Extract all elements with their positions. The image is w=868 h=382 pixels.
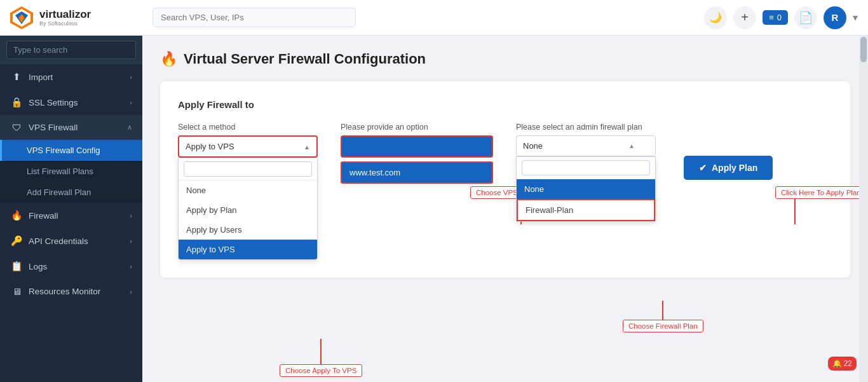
vps-form-group: Please provide an option www.test.com bbox=[341, 123, 493, 184]
topbar-search-wrap bbox=[153, 8, 356, 27]
method-selected-value: Apply to VPS bbox=[186, 142, 234, 151]
section-title: Apply Firewall to bbox=[178, 99, 832, 110]
main-card: Apply Firewall to Select a method Apply … bbox=[160, 81, 850, 278]
fw-dropdown-menu: None Firewall-Plan bbox=[516, 156, 656, 222]
sidebar-item-api[interactable]: 🔑 API Credentials › bbox=[0, 228, 142, 254]
bell-icon: 🔔 bbox=[832, 359, 842, 368]
sidebar-subitem-add-firewall-plan[interactable]: Add Firewall Plan bbox=[0, 182, 142, 203]
sidebar-item-logs[interactable]: 📋 Logs › bbox=[0, 254, 142, 279]
notif-bell[interactable]: 🔔 22 bbox=[828, 357, 857, 371]
notifications-button[interactable]: ≡ 0 bbox=[763, 10, 788, 25]
page-fire-icon: 🔥 bbox=[160, 51, 177, 67]
sidebar-item-ssl-label: SSL Settings bbox=[29, 98, 78, 107]
scrollbar[interactable] bbox=[859, 36, 868, 382]
sidebar-item-import[interactable]: ⬆ Import › bbox=[0, 64, 142, 90]
sidebar-item-vps-firewall[interactable]: 🛡 VPS Firewall ∧ bbox=[0, 115, 142, 140]
vps-firewall-config-label: VPS Firewall Config bbox=[27, 146, 100, 155]
doc-icon: 📄 bbox=[799, 11, 813, 25]
method-dropdown-arrow: ▲ bbox=[304, 143, 310, 150]
import-icon: ⬆ bbox=[10, 71, 23, 83]
method-option-vps[interactable]: Apply to VPS bbox=[179, 240, 317, 259]
api-chevron: › bbox=[130, 237, 132, 245]
vps-input[interactable] bbox=[341, 135, 493, 158]
form-row: Select a method Apply to VPS ▲ None bbox=[178, 123, 832, 184]
method-dropdown-menu: None Apply by Plan Apply by Users Apply … bbox=[178, 158, 318, 260]
sidebar-item-firewall-label: Firewall bbox=[29, 211, 58, 221]
fw-option-none[interactable]: None bbox=[517, 179, 655, 199]
scrollbar-thumb bbox=[860, 37, 867, 62]
apply-plan-button[interactable]: ✔ Apply Plan bbox=[684, 156, 773, 180]
sidebar-subitem-vps-firewall-config[interactable]: VPS Firewall Config bbox=[0, 140, 142, 161]
sidebar-item-import-label: Import bbox=[29, 72, 53, 82]
vps-input-wrap bbox=[341, 135, 493, 158]
method-form-group: Select a method Apply to VPS ▲ None bbox=[178, 123, 318, 158]
list-firewall-plans-label: List Firewall Plans bbox=[27, 167, 93, 176]
user-avatar[interactable]: R bbox=[824, 6, 846, 29]
logo-text: virtualizor By Softaculous bbox=[39, 9, 91, 27]
add-firewall-plan-label: Add Firewall Plan bbox=[27, 188, 91, 197]
logo-sub: By Softaculous bbox=[39, 20, 91, 27]
moon-icon: 🌙 bbox=[709, 11, 722, 24]
sidebar: virtualizor By Softaculous ⬆ Import › 🔒 … bbox=[0, 0, 142, 382]
annotation-choose-apply-label: Choose Apply To VPS bbox=[280, 364, 362, 377]
docs-button[interactable]: 📄 bbox=[794, 6, 817, 29]
sidebar-search-input[interactable] bbox=[6, 41, 136, 59]
main-area: 🌙 + ≡ 0 📄 R ▾ 🔥 Virtual Server Firewall … bbox=[142, 0, 868, 382]
vps-selected-value[interactable]: www.test.com bbox=[341, 161, 493, 184]
plus-button[interactable]: + bbox=[733, 6, 756, 29]
firewall-chevron: › bbox=[130, 212, 132, 219]
page-title: Virtual Server Firewall Configuration bbox=[184, 51, 426, 67]
notif-count: 0 bbox=[777, 13, 782, 22]
sidebar-subitem-list-firewall-plans[interactable]: List Firewall Plans bbox=[0, 161, 142, 182]
logs-icon: 📋 bbox=[10, 261, 23, 272]
apply-btn-group: ✔ Apply Plan bbox=[684, 123, 773, 180]
annotation-click-apply-label: Click Here To Apply Plan bbox=[775, 186, 867, 199]
resources-chevron: › bbox=[130, 288, 132, 296]
dark-mode-button[interactable]: 🌙 bbox=[704, 6, 727, 29]
notif-count: 22 bbox=[844, 359, 852, 368]
topbar-search-input[interactable] bbox=[153, 8, 356, 27]
logs-chevron: › bbox=[130, 263, 132, 270]
fw-selected-value: None bbox=[523, 141, 543, 151]
list-icon: ≡ bbox=[769, 13, 774, 22]
method-search-input[interactable] bbox=[184, 161, 312, 177]
method-option-users[interactable]: Apply by Users bbox=[179, 220, 317, 240]
fw-option-firewall-plan[interactable]: Firewall-Plan bbox=[517, 199, 655, 221]
page-header: 🔥 Virtual Server Firewall Configuration bbox=[160, 51, 850, 67]
option-label: Please provide an option bbox=[341, 123, 493, 132]
import-chevron: › bbox=[130, 73, 132, 81]
sidebar-item-firewall[interactable]: 🔥 Firewall › bbox=[0, 203, 142, 228]
sidebar-item-ssl[interactable]: 🔒 SSL Settings › bbox=[0, 90, 142, 115]
avatar-dropdown-icon[interactable]: ▾ bbox=[853, 11, 858, 24]
apply-btn-icon: ✔ bbox=[699, 163, 707, 173]
fw-search bbox=[517, 157, 655, 179]
vps-firewall-chevron: ∧ bbox=[127, 123, 132, 132]
sidebar-logo: virtualizor By Softaculous bbox=[0, 0, 142, 36]
firewall-icon: 🔥 bbox=[10, 210, 23, 221]
method-dropdown[interactable]: Apply to VPS ▲ None Apply by Plan Apply … bbox=[178, 135, 318, 158]
annotation-choose-apply: Choose Apply To VPS bbox=[280, 339, 362, 377]
sidebar-item-resources-label: Resources Monitor bbox=[29, 287, 100, 296]
method-label: Select a method bbox=[178, 123, 318, 132]
plus-icon: + bbox=[741, 10, 749, 25]
fw-dropdown-trigger[interactable]: None ▲ bbox=[516, 135, 656, 156]
method-dropdown-search bbox=[179, 158, 317, 181]
topbar-actions: 🌙 + ≡ 0 📄 R ▾ bbox=[704, 6, 858, 29]
method-dropdown-trigger[interactable]: Apply to VPS ▲ bbox=[178, 135, 318, 158]
api-icon: 🔑 bbox=[10, 235, 23, 247]
sidebar-item-resources[interactable]: 🖥 Resources Monitor › bbox=[0, 279, 142, 304]
fw-arrow: ▲ bbox=[628, 142, 635, 149]
sidebar-item-logs-label: Logs bbox=[29, 262, 47, 271]
annotation-choose-fw-plan: Choose Firewall Plan bbox=[623, 301, 703, 332]
logo-icon bbox=[9, 5, 34, 31]
firewall-label: Please select an admin firewall plan bbox=[516, 123, 656, 132]
topbar: 🌙 + ≡ 0 📄 R ▾ bbox=[142, 0, 868, 36]
ssl-chevron: › bbox=[130, 99, 132, 106]
method-option-none[interactable]: None bbox=[179, 181, 317, 200]
method-option-plan[interactable]: Apply by Plan bbox=[179, 200, 317, 220]
fw-dropdown[interactable]: None ▲ None Firewall-Plan bbox=[516, 135, 656, 156]
vps-firewall-icon: 🛡 bbox=[10, 122, 23, 133]
vps-firewall-submenu: VPS Firewall Config List Firewall Plans … bbox=[0, 140, 142, 203]
fw-search-input[interactable] bbox=[522, 160, 650, 175]
sidebar-search-wrap bbox=[0, 36, 142, 64]
